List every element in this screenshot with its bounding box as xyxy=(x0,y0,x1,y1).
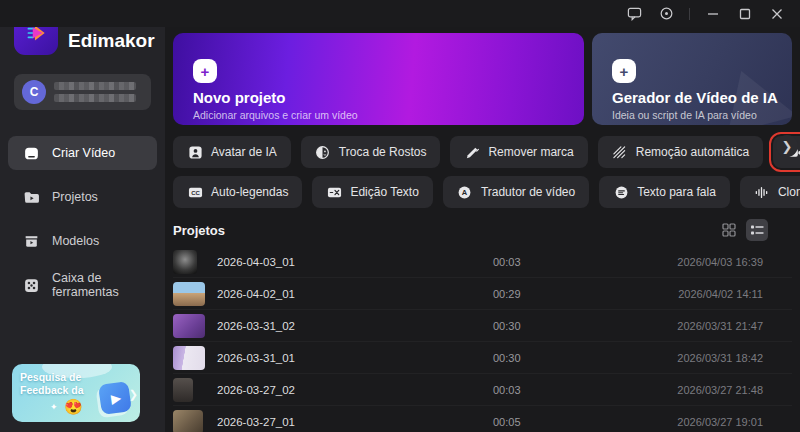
project-row[interactable]: 2026-03-27_01 00:05 2026/03/27 19:01 xyxy=(173,406,792,432)
sidebar-item-criar-video[interactable]: Criar Vídeo xyxy=(8,136,157,170)
sidebar-item-projetos[interactable]: Projetos xyxy=(8,180,157,214)
feature-texto-para-fala[interactable]: Texto para fala xyxy=(599,176,730,208)
grid-view-icon[interactable] xyxy=(718,219,740,241)
project-date: 2026/03/27 21:48 xyxy=(613,384,763,396)
project-duration: 00:30 xyxy=(493,320,613,332)
view-toggle xyxy=(718,219,768,241)
feature-button-row-2: CC Auto-legendas Edição Texto A Tradutor… xyxy=(173,176,792,208)
feature-label: Avatar de IA xyxy=(211,145,277,159)
projects-title: Projetos xyxy=(173,223,718,238)
project-date: 2026/04/02 14:11 xyxy=(613,288,763,300)
maximize-icon[interactable] xyxy=(732,3,758,25)
feedback-promo-banner[interactable]: Pesquisa de Feedback da ✦ 😍 ▶ ❯ xyxy=(12,364,140,422)
project-name: 2026-03-31_01 xyxy=(211,352,493,364)
banner-subtitle: Ideia ou script de IA para vídeo xyxy=(612,109,757,121)
ai-avatar-icon xyxy=(187,144,203,160)
app-window: HitPaw Edimakor C Criar Vídeo Projetos xyxy=(0,0,800,432)
sidebar-nav: Criar Vídeo Projetos Modelos Caixa de fe… xyxy=(0,136,165,302)
feature-button-row-1: Avatar de IA Troca de Rostos Remover mar… xyxy=(173,136,792,168)
banner-subtitle: Adicionar arquivos e criar um vídeo xyxy=(193,109,358,121)
project-duration: 00:05 xyxy=(493,416,613,428)
list-view-icon[interactable] xyxy=(746,219,768,241)
templates-icon xyxy=(22,232,40,250)
user-account-chip[interactable]: C xyxy=(14,74,151,110)
titlebar xyxy=(0,0,800,27)
sidebar-item-modelos[interactable]: Modelos xyxy=(8,224,157,258)
minimize-icon[interactable] xyxy=(700,3,726,25)
toolbox-icon xyxy=(22,276,40,294)
watermark-remover-icon xyxy=(464,144,480,160)
project-row[interactable]: 2026-03-31_01 00:30 2026/03/31 18:42 xyxy=(173,342,792,374)
features-scroll-right-button[interactable]: ❯ xyxy=(776,135,798,157)
projects-folder-icon xyxy=(22,188,40,206)
feedback-icon[interactable] xyxy=(621,3,647,25)
feature-label: Remover marca xyxy=(488,145,573,159)
close-icon[interactable] xyxy=(764,3,790,25)
banner-title: Novo projeto xyxy=(193,89,286,106)
project-row[interactable]: 2026-03-27_02 00:03 2026/03/27 21:48 xyxy=(173,374,792,406)
sidebar-item-label: Criar Vídeo xyxy=(52,146,115,160)
titlebar-divider xyxy=(689,8,690,20)
project-name: 2026-03-31_02 xyxy=(211,320,493,332)
new-project-banner[interactable]: + Novo projeto Adicionar arquivos e cria… xyxy=(173,33,584,125)
project-row[interactable]: 2026-03-31_02 00:30 2026/03/31 21:47 xyxy=(173,310,792,342)
banner-row: + Novo projeto Adicionar arquivos e cria… xyxy=(173,33,792,125)
video-translator-icon: A xyxy=(457,184,473,200)
plus-icon: + xyxy=(612,59,636,83)
main-content: + Novo projeto Adicionar arquivos e cria… xyxy=(165,27,800,432)
heart-eyes-emoji: 😍 xyxy=(64,398,83,416)
project-thumbnail xyxy=(173,346,205,370)
feature-remover-marca[interactable]: Remover marca xyxy=(450,136,587,168)
text-edit-icon xyxy=(326,184,342,200)
banner-title: Gerador de Vídeo de IA xyxy=(612,89,778,106)
project-name: 2026-04-03_01 xyxy=(211,256,493,268)
project-thumbnail xyxy=(173,250,197,274)
sidebar: HitPaw Edimakor C Criar Vídeo Projetos xyxy=(0,0,165,432)
svg-text:A: A xyxy=(462,188,468,197)
feature-edicao-texto[interactable]: Edição Texto xyxy=(312,176,433,208)
project-name: 2026-04-02_01 xyxy=(211,288,493,300)
projects-list: 2026-04-03_01 00:03 2026/04/03 16:39 202… xyxy=(173,246,792,432)
feature-clonar-voz[interactable]: Clonar voz xyxy=(740,176,800,208)
chevron-right-icon: ❯ xyxy=(129,388,138,401)
project-date: 2026/03/27 19:01 xyxy=(613,416,763,428)
user-avatar[interactable]: C xyxy=(22,80,46,104)
feature-label: Troca de Rostos xyxy=(339,145,427,159)
feature-label: Clonar voz xyxy=(778,185,800,199)
feature-avatar-de-ia[interactable]: Avatar de IA xyxy=(173,136,291,168)
project-duration: 00:29 xyxy=(493,288,613,300)
project-thumbnail xyxy=(173,378,193,402)
text-to-speech-icon xyxy=(613,184,629,200)
sidebar-item-label: Projetos xyxy=(52,190,98,204)
project-row[interactable]: 2026-04-03_01 00:03 2026/04/03 16:39 xyxy=(173,246,792,278)
project-row[interactable]: 2026-04-02_01 00:29 2026/04/02 14:11 xyxy=(173,278,792,310)
play-button-graphic: ▶ xyxy=(98,381,132,415)
feature-auto-legendas[interactable]: CC Auto-legendas xyxy=(173,176,302,208)
sidebar-item-caixa-de-ferramentas[interactable]: Caixa de ferramentas xyxy=(8,268,157,302)
feature-remocao-automatica[interactable]: Remoção automática xyxy=(598,136,763,168)
sidebar-item-label: Modelos xyxy=(52,234,99,248)
project-date: 2026/04/03 16:39 xyxy=(613,256,763,268)
project-duration: 00:03 xyxy=(493,384,613,396)
feature-tradutor-de-video[interactable]: A Tradutor de vídeo xyxy=(443,176,589,208)
feature-label: Remoção automática xyxy=(636,145,749,159)
feature-troca-de-rostos[interactable]: Troca de Rostos xyxy=(301,136,441,168)
create-video-icon xyxy=(22,144,40,162)
project-name: 2026-03-27_02 xyxy=(211,384,493,396)
record-icon[interactable] xyxy=(653,3,679,25)
user-name-redacted xyxy=(54,82,136,102)
brand-name-bottom: Edimakor xyxy=(68,30,155,52)
project-thumbnail xyxy=(173,410,203,432)
face-swap-icon xyxy=(315,144,331,160)
ai-video-generator-banner[interactable]: + Gerador de Vídeo de IA Ideia ou script… xyxy=(592,33,792,125)
plus-icon: + xyxy=(193,59,217,83)
sidebar-item-label: Caixa de ferramentas xyxy=(52,271,143,299)
project-duration: 00:03 xyxy=(493,256,613,268)
voice-clone-icon xyxy=(754,184,770,200)
feature-label: Edição Texto xyxy=(350,185,419,199)
projects-header: Projetos xyxy=(173,218,792,242)
project-thumbnail xyxy=(173,314,205,338)
project-name: 2026-03-27_01 xyxy=(211,416,493,428)
project-thumbnail xyxy=(173,282,205,306)
project-duration: 00:30 xyxy=(493,352,613,364)
